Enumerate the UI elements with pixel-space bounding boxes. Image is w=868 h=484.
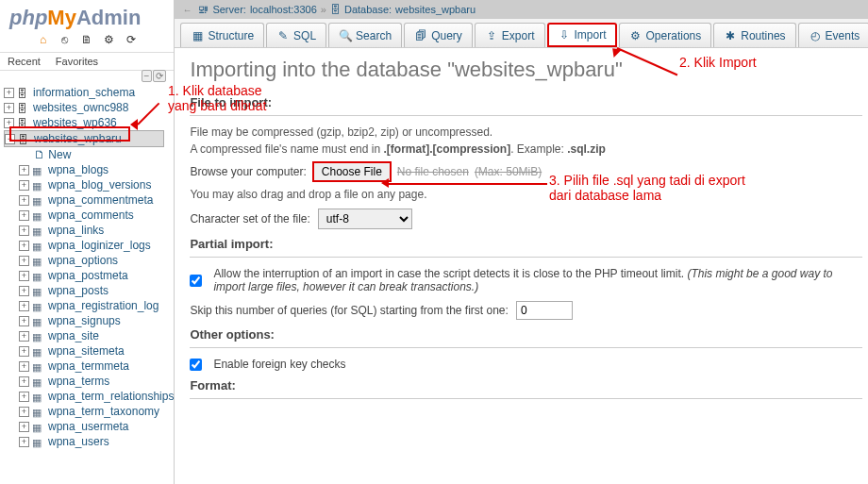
tab-import[interactable]: ⇩Import [547, 23, 617, 47]
events-icon: ◴ [809, 29, 822, 42]
table-icon [32, 360, 45, 372]
table-node[interactable]: +wpna_commentmeta [19, 192, 174, 208]
settings-icon[interactable]: ⚙ [102, 33, 117, 48]
tab-events[interactable]: ◴Events [798, 23, 868, 47]
database-icon [18, 133, 31, 144]
db-node-selected[interactable]: −websites_wpbaru [4, 130, 164, 147]
page-title: Importing into the database "websites_wp… [190, 58, 862, 82]
content: Importing into the database "websites_wp… [175, 48, 868, 484]
table-icon [32, 255, 45, 266]
logo-admin: Admin [76, 6, 141, 29]
tab-routines[interactable]: ✱Routines [713, 23, 795, 47]
table-node[interactable]: +wpna_terms [19, 374, 174, 389]
db-node[interactable]: +information_schema [4, 85, 174, 100]
breadcrumb: ← Server: localhost:3306 » Database: web… [175, 0, 868, 19]
table-node[interactable]: +wpna_usermeta [19, 419, 174, 434]
table-icon [32, 240, 45, 251]
table-node[interactable]: +wpna_site [19, 328, 174, 343]
table-node[interactable]: +wpna_blogs [19, 162, 174, 177]
section-file: File to import: [190, 95, 862, 109]
table-node[interactable]: +wpna_term_taxonomy [19, 404, 174, 419]
skip-input[interactable] [516, 301, 573, 320]
table-icon [32, 194, 45, 206]
database-icon [17, 102, 30, 113]
table-node[interactable]: +wpna_term_relationships [19, 389, 174, 404]
allow-interrupt-checkbox[interactable] [190, 275, 202, 287]
table-node[interactable]: +wpna_users [19, 434, 174, 449]
table-node[interactable]: +wpna_blog_versions [19, 177, 174, 192]
sql-icon: ✎ [276, 29, 290, 42]
table-icon [32, 391, 45, 402]
operations-icon: ⚙ [629, 29, 643, 42]
table-icon [32, 330, 45, 342]
tab-structure[interactable]: ▦Structure [180, 23, 264, 47]
database-icon [17, 87, 30, 98]
tree-expand-icon[interactable]: ⟳ [153, 70, 166, 82]
no-file-chosen: No file chosen [397, 165, 469, 178]
table-icon [32, 436, 45, 447]
max-size: (Max: 50MiB) [475, 165, 542, 178]
tab-recent[interactable]: Recent [0, 53, 48, 70]
table-node[interactable]: +wpna_options [19, 253, 174, 268]
table-icon [32, 421, 45, 432]
charset-select[interactable]: utf-8 [318, 209, 412, 229]
collapse-icon[interactable]: ← [182, 5, 192, 15]
skip-label: Skip this number of queries (for SQL) st… [190, 304, 508, 317]
note-compressed: File may be compressed (gzip, bzip2, zip… [190, 125, 862, 139]
section-other: Other options: [190, 327, 862, 342]
table-icon [32, 164, 45, 175]
home-icon[interactable]: ⌂ [36, 33, 51, 48]
section-format: Format: [190, 378, 862, 392]
tab-operations[interactable]: ⚙Operations [619, 23, 712, 47]
new-icon: 🗋 [34, 148, 45, 161]
allow-interrupt-label: Allow the interruption of an import in c… [213, 267, 862, 293]
fk-checkbox[interactable] [190, 359, 202, 371]
bc-server[interactable]: localhost:3306 [250, 4, 317, 15]
main: ← Server: localhost:3306 » Database: web… [175, 0, 868, 484]
table-icon [32, 270, 45, 281]
table-icon [32, 209, 45, 221]
tab-export[interactable]: ⇪Export [475, 23, 545, 47]
table-node[interactable]: +wpna_loginizer_logs [19, 238, 174, 253]
table-icon [32, 345, 45, 357]
server-icon [198, 4, 209, 15]
logo-php: php [9, 6, 47, 29]
table-node[interactable]: +wpna_comments [19, 208, 174, 223]
table-node[interactable]: +wpna_postmeta [19, 268, 174, 283]
logout-icon[interactable]: ⎋ [58, 33, 73, 48]
tab-search[interactable]: 🔍Search [328, 23, 402, 47]
sidebar-toolbar: ⌂ ⎋ 🗎 ⚙ ⟳ [0, 30, 174, 52]
db-node[interactable]: +websites_ownc988 [4, 100, 174, 115]
search-icon: 🔍 [339, 29, 352, 42]
new-table-link[interactable]: 🗋 New [34, 147, 174, 162]
database-icon [17, 117, 30, 128]
export-icon: ⇪ [485, 29, 498, 42]
bc-db-label: Database: [344, 4, 392, 15]
bc-db[interactable]: websites_wpbaru [395, 4, 476, 15]
table-node[interactable]: +wpna_posts [19, 283, 174, 298]
table-icon [32, 376, 45, 387]
choose-file-button[interactable]: Choose File [312, 161, 392, 182]
table-node[interactable]: +wpna_sitemeta [19, 343, 174, 359]
table-node[interactable]: +wpna_links [19, 223, 174, 238]
tab-favorites[interactable]: Favorites [48, 53, 106, 70]
query-icon: 🗐 [414, 29, 427, 42]
table-icon [32, 179, 45, 191]
reload-icon[interactable]: ⟳ [124, 33, 139, 48]
tab-query[interactable]: 🗐Query [404, 23, 473, 47]
sidebar-tabs: Recent Favorites [0, 52, 174, 71]
charset-label: Character set of the file: [190, 212, 309, 225]
tab-sql[interactable]: ✎SQL [266, 23, 326, 47]
table-node[interactable]: +wpna_registration_log [19, 298, 174, 313]
db-node[interactable]: +websites_wp636 [4, 115, 174, 130]
table-icon [32, 300, 45, 311]
logo[interactable]: phpMyAdmin [0, 0, 174, 30]
table-icon [32, 225, 45, 236]
tree-collapse-icon[interactable]: − [142, 70, 153, 82]
table-node[interactable]: +wpna_signups [19, 313, 174, 328]
import-icon: ⇩ [558, 28, 571, 42]
table-node[interactable]: +wpna_termmeta [19, 359, 174, 374]
docs-icon[interactable]: 🗎 [79, 33, 94, 48]
table-icon [32, 285, 45, 296]
tabbar: ▦Structure✎SQL🔍Search🗐Query⇪Export⇩Impor… [175, 19, 868, 48]
